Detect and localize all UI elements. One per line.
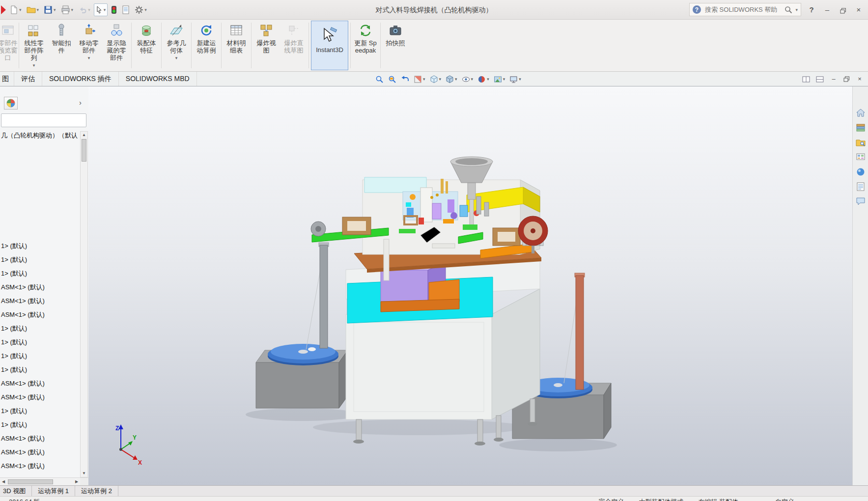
minimize-button[interactable]: – xyxy=(822,4,833,15)
close-button[interactable]: × xyxy=(853,4,864,15)
save-button[interactable]: ▾ xyxy=(42,3,57,16)
tree-item[interactable]: 1> (默认) xyxy=(0,322,79,335)
chevron-down-icon[interactable]: ▾ xyxy=(54,7,56,12)
chevron-down-icon[interactable]: ▾ xyxy=(104,7,106,12)
previous-view-button[interactable] xyxy=(401,75,409,84)
custom-properties-icon[interactable] xyxy=(856,182,866,192)
design-library-icon[interactable] xyxy=(856,123,866,133)
scroll-left-icon[interactable]: ◀ xyxy=(0,478,7,486)
tab-motion-study-2[interactable]: 运动算例 2 xyxy=(75,486,118,496)
restore-button[interactable] xyxy=(838,5,848,14)
select-tool-button[interactable]: ▾ xyxy=(94,3,108,16)
tab-solidworks-mbd[interactable]: SOLIDWORKS MBD xyxy=(119,72,197,86)
help-button[interactable]: ? xyxy=(806,4,817,15)
ribbon-button-new-motion-study[interactable]: 新建运动算例 xyxy=(193,20,220,71)
chevron-down-icon[interactable]: ▾ xyxy=(439,77,442,82)
appearances-icon[interactable] xyxy=(856,167,866,177)
chevron-down-icon[interactable]: ▾ xyxy=(423,77,425,82)
tab-evaluate[interactable]: 评估 xyxy=(14,72,42,86)
tree-item[interactable]: 1> (默认) xyxy=(0,267,79,280)
tree-item[interactable]: ASM<1> (默认) xyxy=(0,445,79,459)
options-button[interactable]: ▾ xyxy=(133,3,148,16)
ribbon-button-take-snapshot[interactable]: 拍快照 xyxy=(382,20,409,71)
scrollbar-thumb[interactable] xyxy=(8,479,53,484)
edit-appearance-button[interactable]: ▾ xyxy=(477,75,489,84)
view-orientation-button[interactable]: ▾ xyxy=(430,75,442,84)
chevron-down-icon[interactable]: ▾ xyxy=(455,77,457,82)
scrollbar-thumb[interactable] xyxy=(82,139,86,162)
tree-item[interactable]: 1> (默认) xyxy=(0,349,79,363)
tree-horizontal-scrollbar[interactable]: ◀ ▶ xyxy=(0,477,80,485)
scroll-right-icon[interactable]: ▶ xyxy=(73,478,80,486)
tab-motion-study-1[interactable]: 运动算例 1 xyxy=(32,486,75,496)
scroll-down-icon[interactable]: ▼ xyxy=(81,470,87,477)
ribbon-button-assembly-features[interactable]: 装配体特征 xyxy=(133,20,160,71)
chevron-down-icon[interactable]: ▾ xyxy=(471,77,474,82)
document-restore-button[interactable] xyxy=(843,76,850,82)
tab-3d-views[interactable]: 3D 视图 xyxy=(0,486,32,496)
tree-item[interactable]: ASM<1> (默认) xyxy=(0,432,79,445)
document-minimize-button[interactable]: – xyxy=(830,74,838,84)
tree-item[interactable]: ASM<1> (默认) xyxy=(0,308,79,322)
chevron-down-icon[interactable]: ▾ xyxy=(37,7,39,12)
tree-item[interactable]: 1> (默认) xyxy=(0,404,79,418)
tab-solidworks-addins[interactable]: SOLIDWORKS 插件 xyxy=(42,72,119,86)
split-pane-horizontal-icon[interactable] xyxy=(816,76,824,83)
rebuild-button[interactable] xyxy=(110,3,118,16)
document-close-button[interactable]: × xyxy=(856,74,864,84)
ribbon-button-smart-fasteners[interactable]: 智能扣件 xyxy=(48,20,75,71)
tree-item[interactable]: 1> (默认) xyxy=(0,418,79,432)
tab-sketch[interactable]: 图 xyxy=(0,72,14,86)
search-icon[interactable] xyxy=(784,6,792,14)
scroll-up-icon[interactable]: ▲ xyxy=(81,132,87,139)
ribbon-button-reference-geometry[interactable]: 参考几何体 ▾ xyxy=(163,20,190,71)
ribbon-button-update-speedpak[interactable]: 更新 Speedpak xyxy=(352,20,379,71)
zoom-area-button[interactable] xyxy=(388,75,396,84)
tree-item[interactable]: 1> (默认) xyxy=(0,363,79,377)
new-document-button[interactable]: ▾ xyxy=(8,3,23,16)
view-palette-icon[interactable] xyxy=(856,152,866,162)
ribbon-button-bill-of-materials[interactable]: 材料明细表 xyxy=(223,20,250,71)
ribbon-button-linear-pattern[interactable]: 线性零部件阵列 ▾ xyxy=(20,20,48,71)
forum-icon[interactable] xyxy=(856,196,866,206)
tree-vertical-scrollbar[interactable]: ▲ ▼ xyxy=(80,131,88,477)
file-properties-button[interactable] xyxy=(120,3,131,16)
apply-scene-button[interactable]: ▾ xyxy=(494,75,505,84)
split-pane-vertical-icon[interactable] xyxy=(802,76,810,83)
tree-item[interactable]: 1> (默认) xyxy=(0,239,79,253)
file-explorer-icon[interactable] xyxy=(856,138,866,147)
chevron-down-icon[interactable]: ▾ xyxy=(519,77,521,82)
tree-item[interactable]: ASM<1> (默认) xyxy=(0,294,79,308)
ribbon-button-show-hidden-components[interactable]: 显示隐藏的零部件 xyxy=(103,20,130,71)
open-button[interactable]: ▾ xyxy=(25,3,41,16)
search-input[interactable] xyxy=(704,5,782,14)
ribbon-button-move-component[interactable]: 移动零部件 ▾ xyxy=(75,20,103,71)
chevron-down-icon[interactable]: ▾ xyxy=(33,62,35,69)
status-customize[interactable]: 自定义 xyxy=(775,498,794,501)
help-search-box[interactable]: ? ▾ xyxy=(689,3,801,16)
ribbon-button-exploded-view[interactable]: 爆炸视图 xyxy=(252,20,280,71)
section-view-button[interactable]: ▾ xyxy=(414,75,425,84)
tree-item[interactable]: 1> (默认) xyxy=(0,253,79,267)
assembly-root-item[interactable]: 几（凸轮机构驱动）（默认 xyxy=(1,130,79,141)
tree-filter-box[interactable] xyxy=(1,113,86,127)
print-button[interactable]: ▾ xyxy=(59,3,75,16)
view-settings-button[interactable]: ▾ xyxy=(509,75,521,84)
chevron-down-icon[interactable]: ▾ xyxy=(88,55,90,62)
tree-item[interactable]: ASM<1> (默认) xyxy=(0,459,79,473)
panel-flyout-chevron-icon[interactable]: › xyxy=(79,98,82,107)
chevron-down-icon[interactable]: ▾ xyxy=(71,7,74,12)
chevron-down-icon[interactable]: ▾ xyxy=(487,77,489,82)
tree-item[interactable]: ASM<1> (默认) xyxy=(0,390,79,404)
chevron-down-icon[interactable]: ▾ xyxy=(144,7,147,12)
chevron-down-icon[interactable]: ▾ xyxy=(175,55,178,62)
zoom-fit-button[interactable] xyxy=(375,75,384,84)
chevron-down-icon[interactable]: ▾ xyxy=(795,7,798,12)
display-style-button[interactable]: ▾ xyxy=(446,75,457,84)
home-icon[interactable] xyxy=(856,108,866,118)
machine-3d-model[interactable]: Z X Y xyxy=(88,86,852,485)
ribbon-button-instant3d[interactable]: Instant3D xyxy=(311,21,348,70)
graphics-viewport[interactable]: Z X Y xyxy=(88,86,852,485)
tree-item[interactable]: ASM<1> (默认) xyxy=(0,280,79,294)
tree-item[interactable]: 1> (默认) xyxy=(0,335,79,349)
